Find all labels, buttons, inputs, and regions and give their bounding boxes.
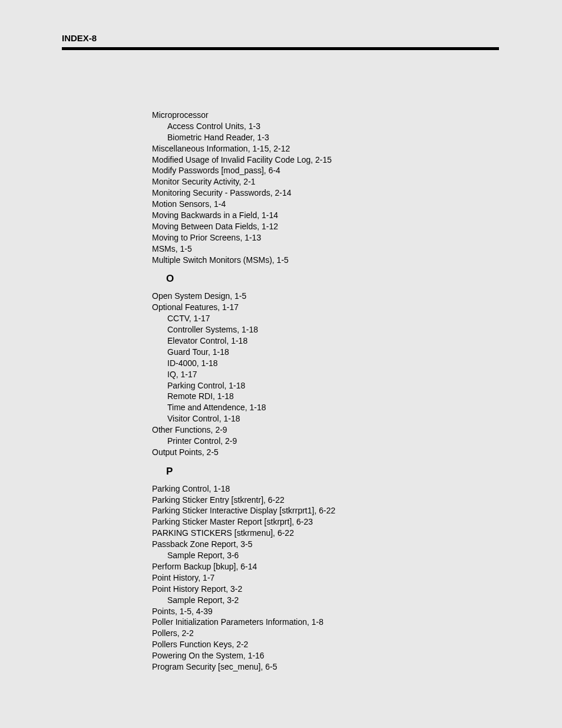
index-entry: Program Security [sec_menu], 6-5 bbox=[152, 661, 499, 673]
index-entry: Time and Attendence, 1-18 bbox=[152, 402, 499, 413]
index-entry: Access Control Units, 1-3 bbox=[152, 121, 499, 132]
index-entry: Passback Zone Report, 3-5 bbox=[152, 539, 499, 550]
index-entry: Parking Control, 1-18 bbox=[152, 483, 499, 495]
index-content: MicroprocessorAccess Control Units, 1-3B… bbox=[152, 110, 499, 673]
index-entry: Miscellaneous Information, 1-15, 2-12 bbox=[152, 143, 499, 154]
index-entry: ID-4000, 1-18 bbox=[152, 358, 499, 369]
index-entry: Pollers Function Keys, 2-2 bbox=[152, 639, 499, 650]
index-entry: Pollers, 2-2 bbox=[152, 628, 499, 639]
index-entry: IQ, 1-17 bbox=[152, 369, 499, 380]
index-entry: Point History, 1-7 bbox=[152, 572, 499, 584]
index-entry: Points, 1-5, 4-39 bbox=[152, 606, 499, 617]
page-header: INDEX-8 bbox=[62, 33, 97, 43]
index-entry: Parking Sticker Master Report [stkrprt],… bbox=[152, 516, 499, 528]
index-entry: Parking Sticker Interactive Display [stk… bbox=[152, 505, 499, 516]
index-entry: Open System Design, 1-5 bbox=[152, 291, 499, 302]
index-entry: Optional Features, 1-17 bbox=[152, 302, 499, 313]
index-entry: Moving Between Data Fields, 1-12 bbox=[152, 221, 499, 232]
section-heading: O bbox=[152, 272, 499, 286]
index-entry: PARKING STICKERS [stkrmenu], 6-22 bbox=[152, 528, 499, 539]
index-entry: Parking Sticker Entry [stkrentr], 6-22 bbox=[152, 495, 499, 506]
index-entry: Elevator Control, 1-18 bbox=[152, 335, 499, 347]
index-entry: Biometric Hand Reader, 1-3 bbox=[152, 132, 499, 143]
index-entry: Controller Systems, 1-18 bbox=[152, 324, 499, 335]
index-entry: CCTV, 1-17 bbox=[152, 313, 499, 324]
index-entry: Remote RDI, 1-18 bbox=[152, 391, 499, 402]
index-entry: MSMs, 1-5 bbox=[152, 243, 499, 255]
index-entry: Guard Tour, 1-18 bbox=[152, 347, 499, 358]
index-entry: Perform Backup [bkup], 6-14 bbox=[152, 561, 499, 572]
index-entry: Monitor Security Activity, 2-1 bbox=[152, 176, 499, 187]
index-entry: Modified Usage of Invalid Facility Code … bbox=[152, 154, 499, 166]
index-entry: Poller Initialization Parameters Informa… bbox=[152, 617, 499, 628]
index-entry: Moving to Prior Screens, 1-13 bbox=[152, 232, 499, 243]
index-entry: Point History Report, 3-2 bbox=[152, 584, 499, 595]
index-entry: Monitoring Security - Passwords, 2-14 bbox=[152, 187, 499, 199]
index-entry: Multiple Switch Monitors (MSMs), 1-5 bbox=[152, 255, 499, 266]
index-entry: Moving Backwards in a Field, 1-14 bbox=[152, 210, 499, 221]
section-heading: P bbox=[152, 465, 499, 479]
index-entry: Modify Passwords [mod_pass], 6-4 bbox=[152, 165, 499, 176]
index-entry: Parking Control, 1-18 bbox=[152, 380, 499, 391]
index-entry: Output Points, 2-5 bbox=[152, 447, 499, 458]
index-entry: Other Functions, 2-9 bbox=[152, 424, 499, 436]
index-entry: Motion Sensors, 1-4 bbox=[152, 199, 499, 210]
index-entry: Powering On the System, 1-16 bbox=[152, 650, 499, 661]
index-entry: Microprocessor bbox=[152, 110, 499, 121]
index-entry: Visitor Control, 1-18 bbox=[152, 413, 499, 424]
header-rule bbox=[62, 47, 499, 50]
index-entry: Sample Report, 3-6 bbox=[152, 550, 499, 561]
index-entry: Printer Control, 2-9 bbox=[152, 436, 499, 447]
index-entry: Sample Report, 3-2 bbox=[152, 595, 499, 606]
